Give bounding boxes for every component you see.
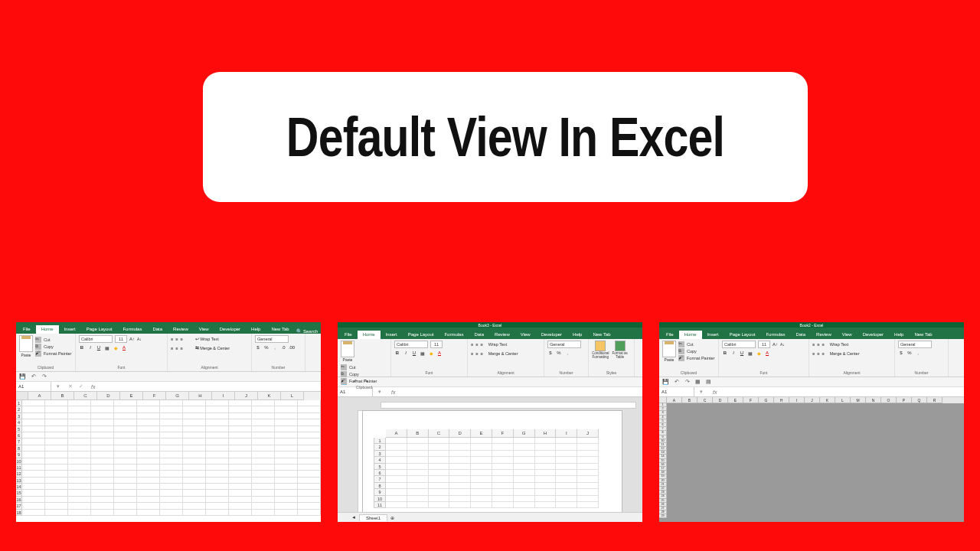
copy-button[interactable]: ⧉Copy bbox=[341, 371, 377, 377]
align-right-icon[interactable]: ≡ bbox=[180, 346, 182, 350]
col-header[interactable]: H bbox=[535, 429, 557, 438]
col-header[interactable]: M bbox=[851, 397, 866, 403]
col-header[interactable]: C bbox=[74, 392, 97, 400]
row-header[interactable]: 12 bbox=[16, 471, 22, 477]
font-size-select[interactable]: 11 bbox=[758, 341, 770, 348]
col-header[interactable]: I bbox=[556, 429, 577, 438]
tab-developer[interactable]: Developer bbox=[858, 331, 889, 339]
col-header[interactable]: I bbox=[212, 392, 235, 400]
col-header[interactable]: I bbox=[789, 397, 805, 403]
tab-new[interactable]: New Tab bbox=[587, 331, 616, 339]
grow-font-icon[interactable]: A↑ bbox=[129, 337, 135, 341]
number-format-select[interactable]: General bbox=[898, 341, 932, 348]
tab-insert[interactable]: Insert bbox=[702, 331, 724, 339]
col-header[interactable]: L bbox=[281, 392, 304, 400]
row-header[interactable]: 1 bbox=[374, 438, 386, 444]
col-header[interactable]: F bbox=[743, 397, 759, 403]
tab-page-layout[interactable]: Page Layout bbox=[403, 331, 439, 339]
align-top-icon[interactable]: ≡ bbox=[171, 337, 173, 341]
col-header[interactable]: C bbox=[697, 397, 713, 403]
cells-area[interactable] bbox=[386, 438, 599, 508]
col-header[interactable]: B bbox=[51, 392, 74, 400]
col-header[interactable]: Q bbox=[912, 397, 927, 403]
tab-view[interactable]: View bbox=[194, 325, 214, 334]
row-header[interactable]: 9 bbox=[16, 452, 22, 458]
tab-home[interactable]: Home bbox=[36, 325, 59, 334]
tab-new[interactable]: New Tab bbox=[909, 331, 937, 339]
paste-button[interactable]: Paste bbox=[341, 341, 354, 362]
format-painter-button[interactable]: 🖌Format Painter bbox=[35, 350, 71, 357]
tab-review[interactable]: Review bbox=[168, 325, 194, 334]
row-header[interactable]: 7 bbox=[16, 439, 22, 445]
col-header[interactable]: N bbox=[866, 397, 881, 403]
tab-formulas[interactable]: Formulas bbox=[439, 331, 469, 339]
align-mid-icon[interactable]: ≡ bbox=[175, 337, 178, 341]
col-header[interactable]: C bbox=[429, 429, 450, 438]
comma-button[interactable]: , bbox=[272, 344, 278, 350]
tab-help[interactable]: Help bbox=[889, 331, 909, 339]
row-header[interactable]: 11 bbox=[16, 465, 22, 471]
page-break-preview-area[interactable]: ABCDEFGHIJKLMNOPQR 123456789101112131415… bbox=[659, 397, 964, 522]
col-header[interactable]: K bbox=[820, 397, 835, 403]
col-header[interactable]: J bbox=[577, 429, 599, 438]
cells-area[interactable] bbox=[22, 400, 321, 516]
merge-center-button[interactable]: ⇆ Merge & Center bbox=[192, 344, 233, 352]
inc-decimal-button[interactable]: .0 bbox=[280, 344, 286, 350]
col-header[interactable]: A bbox=[28, 392, 51, 400]
fx-icon[interactable]: fx bbox=[387, 390, 400, 395]
font-name-select[interactable]: Calibri bbox=[722, 341, 756, 348]
tab-file[interactable]: File bbox=[339, 331, 358, 339]
col-header[interactable]: K bbox=[258, 392, 281, 400]
row-header[interactable]: 5 bbox=[16, 426, 22, 432]
col-header[interactable]: G bbox=[759, 397, 774, 403]
number-format-select[interactable]: General bbox=[255, 335, 289, 343]
tab-developer[interactable]: Developer bbox=[536, 331, 567, 339]
col-header[interactable]: H bbox=[774, 397, 789, 403]
tab-help[interactable]: Help bbox=[246, 325, 266, 334]
row-header[interactable]: 1 bbox=[16, 400, 22, 406]
redo-icon[interactable]: ↷ bbox=[684, 379, 691, 386]
underline-button[interactable]: U bbox=[96, 344, 102, 350]
fx-icon[interactable]: fx bbox=[708, 390, 721, 395]
undo-icon[interactable]: ↶ bbox=[30, 373, 37, 380]
qat-icon[interactable]: ▤ bbox=[705, 379, 712, 386]
name-box[interactable]: A1 bbox=[659, 387, 694, 397]
font-name-select[interactable]: Calibri bbox=[79, 335, 113, 343]
row-header[interactable]: 7 bbox=[374, 476, 386, 482]
tab-new[interactable]: New Tab bbox=[266, 325, 294, 334]
border-button[interactable]: ▦ bbox=[104, 344, 110, 350]
cut-button[interactable]: ✂Cut bbox=[35, 337, 71, 343]
font-size-select[interactable]: 11 bbox=[115, 335, 127, 343]
align-bot-icon[interactable]: ≡ bbox=[180, 337, 182, 341]
tab-home[interactable]: Home bbox=[358, 331, 381, 339]
percent-button[interactable]: % bbox=[263, 344, 270, 350]
row-header[interactable]: 6 bbox=[16, 432, 22, 439]
tab-view[interactable]: View bbox=[515, 331, 536, 339]
fx-icon[interactable]: fx bbox=[87, 384, 100, 390]
cut-button[interactable]: ✂Cut bbox=[678, 341, 714, 347]
format-painter-button[interactable]: 🖌Format Painter bbox=[678, 355, 714, 361]
nav-prev-icon[interactable]: ◄ bbox=[351, 515, 356, 520]
col-header[interactable]: G bbox=[166, 392, 189, 400]
merge-center-button[interactable]: Merge & Center bbox=[827, 350, 863, 357]
conditional-formatting-button[interactable]: Conditional Formatting bbox=[592, 341, 609, 360]
row-header[interactable]: 17 bbox=[16, 503, 22, 509]
col-header[interactable]: O bbox=[881, 397, 897, 403]
col-header[interactable]: E bbox=[471, 429, 492, 438]
align-left-icon[interactable]: ≡ bbox=[171, 346, 173, 350]
row-header[interactable]: 29 bbox=[659, 514, 667, 518]
col-header[interactable]: P bbox=[897, 397, 912, 403]
page-layout-area[interactable]: ABCDEFGHIJ 1234567891011 ◄ Sheet1 ⊕ bbox=[338, 397, 642, 522]
worksheet-grid[interactable]: A B C D E F G H I J K L 1234567891011121… bbox=[16, 392, 321, 517]
tab-file[interactable]: File bbox=[18, 325, 36, 334]
row-header[interactable]: 5 bbox=[374, 464, 386, 470]
merge-center-button[interactable]: Merge & Center bbox=[485, 350, 521, 357]
tab-data[interactable]: Data bbox=[147, 325, 168, 334]
fill-color-button[interactable]: ◆ bbox=[113, 344, 119, 350]
sheet-tab[interactable]: Sheet1 bbox=[359, 514, 387, 521]
tab-view[interactable]: View bbox=[837, 331, 858, 339]
row-header[interactable]: 3 bbox=[374, 451, 386, 457]
paste-button[interactable]: Paste bbox=[662, 341, 676, 362]
format-as-table-button[interactable]: Format as Table bbox=[612, 341, 628, 360]
copy-button[interactable]: ⧉Copy bbox=[678, 348, 714, 354]
